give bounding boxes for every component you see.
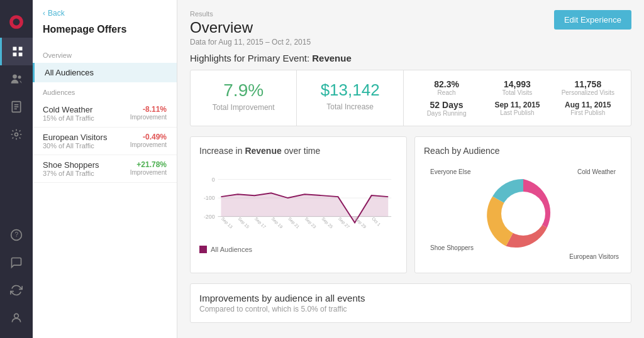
stat-label: Personalized Visits [558, 89, 618, 96]
stat-first-publish: Aug 11, 2015 First Publish [558, 101, 618, 116]
audiences-section-label: Audiences [33, 82, 177, 100]
audience-traffic: 30% of All Traffic [43, 142, 107, 150]
audience-item-shoe-shoppers[interactable]: Shoe Shoppers 37% of All Traffic +21.78%… [33, 155, 177, 183]
svg-text:Sep 25: Sep 25 [321, 216, 334, 229]
audience-item-european-visitors[interactable]: European Visitors 30% of All Traffic -0.… [33, 128, 177, 155]
chat-icon[interactable] [0, 249, 33, 276]
svg-text:?: ? [15, 231, 19, 238]
donut-label-everyone-else: Everyone Else [430, 168, 470, 175]
donut-label-cold-weather: Cold Weather [577, 168, 616, 175]
total-increase-value: $13,142 [309, 80, 390, 100]
donut-chart-wrap: Everyone Else Cold Weather Shoe Shoppers… [424, 163, 622, 264]
stat-total-visits: 14,993 Total Visits [487, 79, 547, 96]
svg-text:-100: -100 [204, 195, 215, 201]
dashboard-icon[interactable] [0, 38, 33, 65]
all-audiences-item[interactable]: All Audiences [33, 63, 177, 82]
total-improvement-label: Total Improvement [203, 103, 284, 112]
donut-chart-title: Reach by Audience [424, 146, 622, 156]
stat-days-running: 52 Days Days Running [416, 100, 477, 117]
sidebar-title: Homepage Offers [33, 24, 177, 45]
stat-value: 11,758 [558, 79, 618, 89]
svg-text:Sep 29: Sep 29 [354, 216, 367, 229]
highlights-heading: Highlights for Primary Event: Revenue [190, 53, 631, 63]
donut-svg [460, 163, 586, 264]
audience-name: European Visitors [43, 133, 107, 142]
edit-experience-button[interactable]: Edit Experience [554, 10, 631, 30]
stat-value: 52 Days [416, 100, 477, 110]
stat-last-publish: Sep 11, 2015 Last Publish [487, 101, 547, 116]
stat-value: 14,993 [487, 79, 547, 89]
legend-label: All Audiences [211, 246, 252, 253]
chart-legend: All Audiences [199, 246, 397, 253]
revenue-chart-title: Increase in Revenue over time [199, 146, 397, 156]
line-chart-svg: 0 -100 -200 Sep 13 Sep 15 Sep 17 Sep 19 … [199, 163, 397, 239]
donut-label-shoe-shoppers: Shoe Shoppers [430, 244, 474, 251]
svg-rect-5 [18, 53, 22, 57]
stat-value: 82.3% [416, 79, 477, 89]
overview-section-label: Overview [33, 45, 177, 63]
improvement-label: Improvement [130, 114, 167, 121]
stat-label: Last Publish [487, 109, 547, 116]
pages-icon[interactable] [0, 93, 33, 121]
audience-item-cold-weather[interactable]: Cold Weather 15% of All Traffic -8.11% I… [33, 100, 177, 128]
svg-text:Sep 27: Sep 27 [337, 216, 350, 229]
svg-point-7 [18, 75, 21, 79]
total-increase-cell: $13,142 Total Increase [297, 70, 403, 126]
donut-chart-card: Reach by Audience [414, 136, 631, 273]
help-icon[interactable]: ? [0, 221, 33, 249]
user-avatar-icon[interactable] [0, 304, 33, 332]
improvement-label: Improvement [130, 169, 167, 176]
svg-point-6 [13, 75, 17, 79]
date-range: Data for Aug 11, 2015 – Oct 2, 2015 [190, 38, 311, 46]
audience-improvement: -0.49% [130, 133, 167, 141]
back-label: Back [48, 9, 65, 18]
users-icon[interactable] [0, 65, 33, 93]
icon-bar: ? [0, 0, 33, 338]
svg-rect-4 [13, 53, 16, 57]
stat-reach: 82.3% Reach [416, 79, 477, 96]
audience-traffic: 37% of All Traffic [43, 170, 99, 177]
improvements-subtitle: Compared to control, which is 5.0% of tr… [199, 305, 622, 313]
audience-name: Shoe Shoppers [43, 160, 99, 170]
svg-point-15 [14, 313, 19, 318]
main-content: Results Overview Data for Aug 11, 2015 –… [177, 0, 644, 338]
results-label: Results [190, 10, 311, 18]
svg-rect-3 [18, 47, 22, 51]
svg-text:Sep 17: Sep 17 [253, 216, 267, 229]
settings-icon[interactable] [0, 121, 33, 148]
back-button[interactable]: ‹ Back [33, 9, 177, 24]
svg-text:0: 0 [212, 177, 215, 183]
svg-rect-2 [13, 47, 16, 51]
svg-text:Sep 21: Sep 21 [287, 216, 300, 229]
svg-point-1 [13, 19, 20, 26]
stat-value: Aug 11, 2015 [558, 101, 618, 109]
audience-improvement: +21.78% [130, 160, 167, 169]
stat-label: Reach [416, 89, 477, 96]
logo-icon[interactable] [0, 6, 33, 38]
page-title: Overview [190, 19, 311, 36]
stat-value: Sep 11, 2015 [487, 101, 547, 109]
stat-label: Days Running [416, 110, 477, 117]
svg-text:-200: -200 [204, 214, 215, 220]
stats-cell: 82.3% Reach 14,993 Total Visits 11,758 P… [404, 70, 631, 126]
svg-point-34 [501, 192, 545, 236]
svg-text:Oct 1: Oct 1 [371, 216, 382, 227]
highlights-row: 7.9% Total Improvement $13,142 Total Inc… [190, 70, 631, 126]
sidebar: ‹ Back Homepage Offers Overview All Audi… [33, 0, 177, 338]
improvement-label: Improvement [130, 141, 167, 148]
svg-text:Sep 23: Sep 23 [304, 216, 317, 229]
improvements-title: Improvements by audience in all events [199, 293, 622, 303]
total-improvement-cell: 7.9% Total Improvement [191, 70, 297, 126]
audience-improvement: -8.11% [130, 105, 167, 114]
total-increase-label: Total Increase [309, 102, 390, 111]
svg-text:Sep 15: Sep 15 [237, 216, 250, 229]
stat-personalized-visits: 11,758 Personalized Visits [558, 79, 618, 96]
legend-box [199, 246, 207, 253]
svg-text:Sep 13: Sep 13 [220, 216, 233, 229]
total-improvement-value: 7.9% [203, 80, 284, 101]
stat-label: Total Visits [487, 89, 547, 96]
refresh-icon[interactable] [0, 276, 33, 304]
svg-point-12 [15, 133, 18, 136]
audience-traffic: 15% of All Traffic [43, 114, 94, 122]
donut-label-european-visitors: European Visitors [569, 253, 619, 260]
